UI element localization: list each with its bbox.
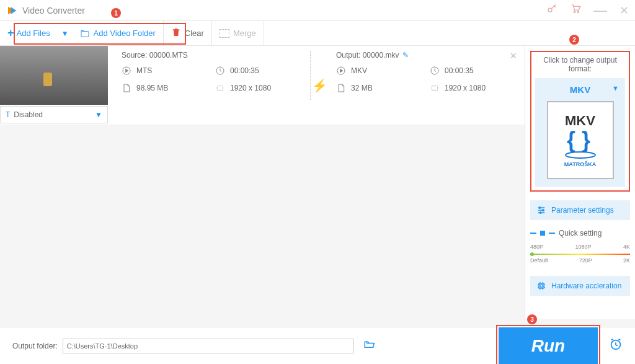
annotation-marker-1: 1 <box>111 8 121 18</box>
param-label: Parameter settings <box>551 206 614 215</box>
add-files-button[interactable]: + Add Files <box>7 27 50 40</box>
svg-point-19 <box>539 207 541 209</box>
svg-rect-11 <box>432 86 437 91</box>
format-logo[interactable]: MKV { } MATROŠKA <box>547 101 614 179</box>
output-resolution: 1920 x 1080 <box>430 83 517 93</box>
video-thumbnail[interactable] <box>0 46 108 105</box>
add-folder-button[interactable]: Add Video Folder <box>80 29 156 38</box>
quick-setting-label: Quick setting <box>530 229 630 237</box>
output-folder-input[interactable] <box>63 339 354 353</box>
output-duration: 00:00:35 <box>430 66 517 76</box>
svg-marker-5 <box>126 69 128 72</box>
add-files-label: Add Files <box>17 29 50 38</box>
svg-marker-9 <box>340 69 343 72</box>
quality-slider[interactable] <box>530 252 630 256</box>
quality-ticks-top: 480P1080P4K <box>530 244 630 250</box>
output-label: Output: 00000.mkv <box>336 51 399 60</box>
subtitle-icon: T <box>6 110 10 119</box>
merge-label: Merge <box>233 29 256 38</box>
clear-button[interactable]: Clear <box>171 27 204 39</box>
caret-icon: ▼ <box>612 84 619 92</box>
bolt-icon: ⚡ <box>312 78 327 93</box>
schedule-icon[interactable] <box>609 337 623 355</box>
remove-file-button[interactable]: ✕ <box>510 51 517 61</box>
annotation-marker-2: 2 <box>569 35 579 45</box>
parameter-settings-button[interactable]: Parameter settings <box>530 200 630 220</box>
app-logo-icon <box>6 5 17 16</box>
output-folder-label: Output folder: <box>12 342 58 350</box>
svg-point-21 <box>540 212 541 214</box>
sliders-icon <box>536 205 546 215</box>
main-area: T Disabled ▼ Source: 00000.MTS MTS 00:00… <box>0 46 635 319</box>
hardware-acceleration-button[interactable]: Hardware accleration <box>530 276 630 296</box>
source-resolution: 1920 x 1080 <box>215 83 303 93</box>
subtitle-dropdown[interactable]: T Disabled ▼ <box>0 106 108 123</box>
svg-point-20 <box>542 210 544 211</box>
browse-folder-button[interactable] <box>363 339 375 353</box>
bottom-bar: Output folder: Run <box>0 327 635 364</box>
output-format-area: Click to change output format: MKV ▼ MKV… <box>530 51 630 192</box>
svg-point-18 <box>566 152 595 158</box>
key-icon[interactable] <box>546 3 557 17</box>
run-button[interactable]: Run <box>499 327 598 365</box>
format-logo-text: MKV <box>565 113 595 129</box>
svg-rect-23 <box>540 285 543 287</box>
source-label: Source: 00000.MTS <box>122 51 303 60</box>
run-label: Run <box>531 336 565 356</box>
file-list-pane: T Disabled ▼ Source: 00000.MTS MTS 00:00… <box>0 46 525 319</box>
format-dropdown[interactable]: MKV ▼ <box>539 82 621 97</box>
svg-rect-7 <box>217 86 223 91</box>
edit-icon[interactable]: ✎ <box>402 51 409 60</box>
output-settings-pane: Click to change output format: MKV ▼ MKV… <box>525 46 635 319</box>
caret-icon: ▼ <box>95 110 102 119</box>
clear-label: Clear <box>185 29 204 38</box>
subtitle-value: Disabled <box>14 110 43 119</box>
file-controls: T Disabled ▼ <box>0 105 114 125</box>
svg-rect-22 <box>539 283 544 288</box>
format-name: MKV <box>570 84 590 95</box>
cart-icon[interactable] <box>570 3 581 17</box>
svg-text:{ }: { } <box>567 129 590 153</box>
source-info: Source: 00000.MTS MTS 00:00:35 98.95 MB … <box>114 46 310 125</box>
title-bar: Video Converter — ✕ <box>0 0 635 21</box>
output-info: Output: 00000.mkv ✎ MKV 00:00:35 32 MB 1… <box>329 46 525 125</box>
folder-icon <box>80 29 90 38</box>
svg-point-0 <box>548 8 552 12</box>
source-size: 98.95 MB <box>122 83 209 93</box>
app-title: Video Converter <box>22 6 85 16</box>
format-hint: Click to change output format: <box>535 56 625 73</box>
format-logo-sub: MATROŠKA <box>564 161 596 167</box>
close-button[interactable]: ✕ <box>619 4 629 17</box>
file-row[interactable]: T Disabled ▼ Source: 00000.MTS MTS 00:00… <box>0 46 525 125</box>
hw-label: Hardware accleration <box>551 282 621 290</box>
output-format: MKV <box>336 66 424 76</box>
toolbar: + Add Files ▼ Add Video Folder Clear Mer… <box>0 21 635 46</box>
folder-open-icon <box>363 339 375 350</box>
minimize-button[interactable]: — <box>593 2 607 19</box>
annotation-marker-3: 3 <box>527 314 537 324</box>
svg-point-2 <box>577 11 579 12</box>
merge-button: Merge <box>220 29 256 38</box>
output-size: 32 MB <box>336 83 424 93</box>
source-format: MTS <box>122 66 209 76</box>
conversion-arrow: ⚡ <box>310 46 329 125</box>
plus-icon: + <box>7 27 14 40</box>
add-folder-label: Add Video Folder <box>94 29 156 38</box>
merge-icon <box>220 29 229 38</box>
chip-icon <box>536 281 546 291</box>
svg-rect-3 <box>81 31 89 37</box>
svg-point-1 <box>574 11 575 12</box>
quality-ticks-bottom: Default720P2K <box>530 257 630 264</box>
source-duration: 00:00:35 <box>215 66 303 76</box>
trash-icon <box>171 27 181 39</box>
add-files-dropdown-caret[interactable]: ▼ <box>61 29 69 38</box>
